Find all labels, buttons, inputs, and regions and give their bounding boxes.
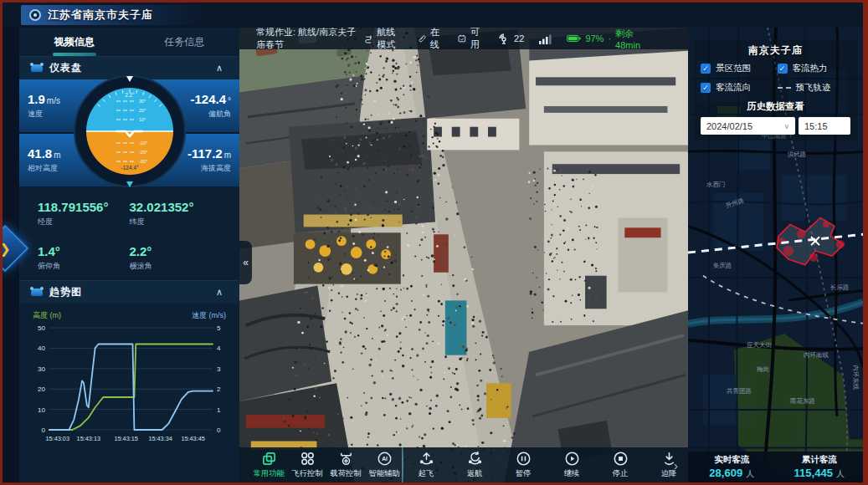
layer-crowd-flow[interactable]: ✓ 客流流向 bbox=[701, 82, 774, 94]
svg-text:15:43:15: 15:43:15 bbox=[114, 435, 137, 442]
svg-text:4: 4 bbox=[217, 345, 221, 352]
road-label: 梅岗 bbox=[756, 366, 769, 374]
road-label: 水西门 bbox=[706, 181, 725, 188]
collapse-dashboard-chevron-icon[interactable]: ∧ bbox=[211, 62, 228, 74]
road-label: 应天大街 bbox=[747, 341, 772, 349]
route-mode-indicator: 航线模式 bbox=[364, 26, 403, 51]
drone-icon-2 bbox=[31, 288, 43, 296]
roll-readout2: 2.2°横滚角 bbox=[130, 244, 222, 272]
resume-button[interactable]: 继续 bbox=[552, 449, 591, 481]
road-label: 集庆路 bbox=[713, 262, 732, 269]
svg-text:1: 1 bbox=[217, 406, 221, 414]
svg-text:15:43:34: 15:43:34 bbox=[148, 435, 172, 442]
payload-control-button[interactable]: 载荷控制 bbox=[326, 449, 365, 481]
svg-text:0: 0 bbox=[217, 426, 221, 434]
road-label: 洪武路 bbox=[788, 151, 806, 158]
checkbox-checked-icon[interactable]: ✓ bbox=[778, 64, 788, 74]
svg-text:20°: 20° bbox=[139, 108, 146, 113]
satellite-count: 22 bbox=[498, 33, 524, 44]
collapse-trend-chevron-icon[interactable]: ∧ bbox=[211, 286, 228, 299]
common-functions-button[interactable]: 常用功能 bbox=[249, 449, 288, 481]
available-indicator: 可用 bbox=[458, 26, 483, 51]
layer-crowd-heatmap[interactable]: ✓ 客流热力 bbox=[778, 63, 851, 74]
roll-readout: 2.2° bbox=[125, 92, 135, 98]
page-title: 江苏省南京市夫子庙 bbox=[48, 8, 153, 23]
svg-text:5: 5 bbox=[217, 324, 221, 332]
date-picker[interactable]: 2024/02/15∨ bbox=[701, 117, 795, 135]
svg-text:-20°: -20° bbox=[139, 150, 147, 155]
yaw-readout: -124.4° bbox=[121, 165, 138, 171]
map-layer-controls: 南京夫子庙 ✓ 景区范围 ✓ 客流热力 ✓ 客流流向 bbox=[694, 39, 857, 140]
layers-icon bbox=[261, 451, 277, 467]
svg-text:30°: 30° bbox=[139, 99, 146, 104]
time-picker[interactable]: 15:15 bbox=[799, 117, 850, 135]
flight-control-bar: 常用功能 飞行控制 载荷控制 AI 智能辅助 bbox=[239, 447, 688, 482]
position-readouts: 118.791556°经度 32.021352°纬度 1.4°俯仰角 2.2°横… bbox=[19, 186, 239, 280]
svg-text:-10°: -10° bbox=[139, 140, 147, 146]
longitude-readout: 118.791556°经度 bbox=[38, 200, 130, 227]
road-label: 长乐路 bbox=[829, 283, 849, 291]
tab-video-info[interactable]: 视频信息 bbox=[19, 30, 130, 54]
map-title: 南京夫子庙 bbox=[701, 43, 850, 58]
trend-section-header: 趋势图 ∧ bbox=[19, 280, 239, 304]
aerial-scene bbox=[239, 28, 688, 482]
collapse-panel-handle[interactable]: « bbox=[239, 241, 252, 284]
latitude-readout: 32.021352°纬度 bbox=[130, 200, 222, 227]
svg-text:30: 30 bbox=[38, 365, 45, 373]
takeoff-icon bbox=[419, 451, 434, 467]
realtime-visitors: 实时客流 28,609人 bbox=[688, 454, 776, 480]
map-panel: 中山南路 洪武路 水西门 升州路 集庆路 长乐路 应天大街 内环南线 梅岗 共青… bbox=[688, 28, 863, 482]
ai-icon: AI bbox=[377, 451, 393, 467]
signal-indicator bbox=[539, 33, 552, 44]
stop-button[interactable]: 停止 bbox=[601, 449, 639, 481]
more-controls-chevron-icon[interactable]: › bbox=[669, 457, 683, 473]
flight-control-button[interactable]: 飞行控制 bbox=[288, 449, 326, 481]
propeller-icon bbox=[300, 451, 316, 467]
svg-text:40: 40 bbox=[38, 345, 45, 352]
svg-text:0: 0 bbox=[42, 426, 46, 434]
battery-icon bbox=[567, 33, 581, 43]
right-axis-label: 速度 (m/s) bbox=[192, 310, 226, 321]
svg-text:10: 10 bbox=[38, 406, 45, 414]
road-label: 内环南线 bbox=[804, 351, 829, 359]
return-home-icon bbox=[467, 451, 483, 467]
return-home-button[interactable]: 返航 bbox=[455, 449, 494, 481]
telemetry-panel: 视频信息 任务信息 仪表盘 ∧ 1.9m/s 速度 -124.4° 偏航角 bbox=[3, 28, 239, 482]
smart-assist-button[interactable]: AI 智能辅助 bbox=[365, 449, 403, 481]
video-feed: 常规作业: 航线/南京夫子庙春节 航线模式 在线 可用 bbox=[239, 28, 688, 482]
topbar: 江苏省南京市夫子庙 bbox=[3, 3, 863, 28]
takeoff-button[interactable]: 起飞 bbox=[407, 449, 445, 481]
checkbox-checked-icon[interactable]: ✓ bbox=[701, 64, 711, 74]
title-banner: 江苏省南京市夫子庙 bbox=[21, 5, 203, 25]
satellite-icon bbox=[498, 33, 510, 44]
svg-text:10°: 10° bbox=[139, 117, 146, 122]
task-label: 常规作业: 航线/南京夫子庙春节 bbox=[256, 26, 364, 51]
flight-status-bar: 常规作业: 航线/南京夫子庙春节 航线模式 在线 可用 bbox=[239, 28, 688, 49]
svg-text:-30°: -30° bbox=[139, 159, 147, 164]
attitude-indicator: 30° 20° 10° -10° -20° -30° 2.2° -124.4° bbox=[71, 73, 188, 193]
info-tabs: 视频信息 任务信息 bbox=[19, 28, 239, 56]
drone-icon bbox=[31, 64, 43, 72]
layer-scenic-boundary[interactable]: ✓ 景区范围 bbox=[701, 63, 774, 74]
pause-button[interactable]: 暂停 bbox=[504, 449, 542, 481]
route-mode-icon bbox=[364, 33, 373, 44]
checkbox-checked-icon[interactable]: ✓ bbox=[701, 83, 711, 93]
trend-chart: 高度 (m) 速度 (m/s) 0102030405001234515:43:0… bbox=[19, 304, 239, 450]
layer-planned-track[interactable]: 预飞轨迹 bbox=[778, 82, 851, 94]
gimbal-icon bbox=[338, 451, 354, 467]
online-indicator: 在线 bbox=[418, 26, 443, 51]
chevron-down-icon: ∨ bbox=[783, 122, 789, 130]
pause-icon bbox=[516, 451, 532, 467]
stop-icon bbox=[613, 451, 629, 467]
action-group: 起飞 返航 暂停 继续 bbox=[407, 449, 698, 481]
history-data-header: 历史数据查看 bbox=[701, 100, 850, 113]
road-label: 雨花东路 bbox=[789, 397, 815, 405]
road-label: 共青团路 bbox=[727, 387, 752, 395]
total-visitors: 累计客流 115,445人 bbox=[776, 454, 864, 480]
drone-ops-console: ❯ 江苏省南京市夫子庙 视频信息 任务信息 仪表盘 ∧ bbox=[0, 0, 868, 485]
target-icon bbox=[29, 9, 41, 21]
tab-task-info[interactable]: 任务信息 bbox=[130, 30, 240, 54]
svg-text:20: 20 bbox=[38, 385, 45, 393]
pitch-readout: 1.4°俯仰角 bbox=[38, 244, 130, 272]
group-divider-arc bbox=[400, 441, 403, 485]
